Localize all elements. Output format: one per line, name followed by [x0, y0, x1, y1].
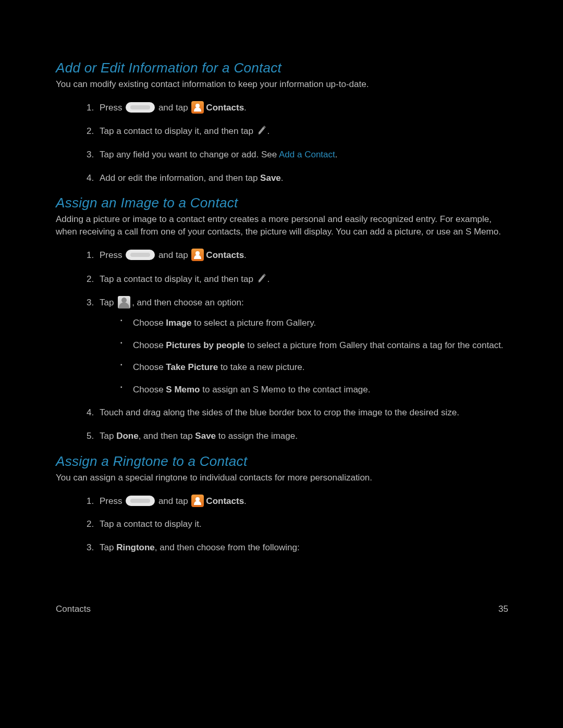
intro-add-edit: You can modify existing contact informat…	[56, 78, 508, 91]
bold: Take Picture	[166, 362, 218, 372]
text: , and then choose an option:	[132, 298, 244, 307]
edit-pencil-icon	[257, 125, 266, 136]
bold: Image	[166, 318, 191, 328]
text: .	[244, 496, 247, 506]
bold: Ringtone	[116, 542, 155, 552]
contacts-app-icon	[191, 101, 204, 114]
text: and tap	[156, 103, 190, 113]
text: and tap	[156, 496, 190, 506]
text: Tap	[100, 542, 116, 552]
list-item: Tap , and then choose an option: Choose …	[96, 296, 508, 396]
list-item: Touch and drag along the sides of the bl…	[96, 406, 508, 419]
contact-photo-icon	[118, 296, 130, 309]
text: to assign the image.	[216, 431, 298, 441]
list-item: Tap a contact to display it, and then ta…	[96, 273, 508, 286]
steps-assign-ringtone: Press and tap Contacts. Tap a contact to…	[56, 495, 508, 554]
steps-add-edit: Press and tap Contacts. Tap a contact to…	[56, 101, 508, 185]
page-number: 35	[498, 604, 508, 614]
text: , and then choose from the following:	[155, 542, 300, 552]
bold: Done	[116, 431, 139, 441]
list-item: Tap a contact to display it.	[96, 518, 508, 531]
text: Choose	[133, 385, 166, 394]
save-label: Save	[260, 173, 281, 183]
text: Add or edit the information, and then ta…	[100, 173, 260, 183]
home-button-icon	[126, 102, 155, 113]
text: Press	[100, 250, 125, 260]
list-item: Press and tap Contacts.	[96, 101, 508, 115]
list-item: Choose Take Picture to take a new pictur…	[120, 361, 508, 374]
text: Tap a contact to display it.	[100, 519, 202, 529]
contacts-app-icon	[191, 249, 204, 261]
section-add-edit: Add or Edit Information for a Contact Yo…	[56, 60, 508, 184]
text: Press	[100, 496, 125, 506]
add-contact-link[interactable]: Add a Contact	[279, 150, 335, 159]
edit-pencil-icon	[257, 273, 266, 284]
text: to select a picture from Gallery that co…	[245, 340, 504, 350]
footer: Contacts 35	[56, 604, 508, 614]
text: to select a picture from Gallery.	[191, 318, 316, 328]
text: and tap	[156, 250, 190, 260]
list-item: Choose Pictures by people to select a pi…	[120, 339, 508, 352]
text: Tap a contact to display it, and then ta…	[100, 274, 256, 284]
heading-add-edit: Add or Edit Information for a Contact	[56, 60, 508, 76]
section-assign-ringtone: Assign a Ringtone to a Contact You can a…	[56, 453, 508, 554]
sub-options: Choose Image to select a picture from Ga…	[100, 317, 508, 397]
text: .	[335, 150, 338, 159]
text: Touch and drag along the sides of the bl…	[100, 408, 459, 417]
heading-assign-image: Assign an Image to a Contact	[56, 195, 508, 211]
text: Choose	[133, 340, 166, 350]
list-item: Tap Done, and then tap Save to assign th…	[96, 430, 508, 443]
text: Press	[100, 103, 125, 113]
heading-assign-ringtone: Assign a Ringtone to a Contact	[56, 453, 508, 470]
list-item: Tap any field you want to change or add.…	[96, 149, 508, 162]
contacts-app-icon	[191, 495, 204, 507]
footer-section: Contacts	[56, 604, 91, 614]
text: .	[244, 250, 247, 260]
home-button-icon	[126, 496, 155, 506]
section-assign-image: Assign an Image to a Contact Adding a pi…	[56, 195, 508, 442]
list-item: Add or edit the information, and then ta…	[96, 172, 508, 185]
contacts-label: Contacts	[206, 103, 244, 113]
text: to assign an S Memo to the contact image…	[200, 385, 371, 394]
list-item: Tap a contact to display it, and then ta…	[96, 125, 508, 138]
text: .	[267, 274, 270, 284]
text: to take a new picture.	[218, 362, 304, 372]
text: Tap a contact to display it, and then ta…	[100, 126, 256, 136]
text: .	[281, 173, 284, 183]
text: Choose	[133, 362, 166, 372]
bold: Save	[195, 431, 216, 441]
list-item: Choose S Memo to assign an S Memo to the…	[120, 384, 508, 397]
text: Choose	[133, 318, 166, 328]
home-button-icon	[126, 250, 155, 260]
text: .	[244, 103, 247, 113]
text: Tap	[100, 298, 116, 307]
intro-assign-ringtone: You can assign a special ringtone to ind…	[56, 472, 508, 484]
contacts-label: Contacts	[206, 496, 244, 506]
text: Tap	[100, 431, 116, 441]
text: .	[267, 126, 270, 136]
contacts-label: Contacts	[206, 250, 244, 260]
steps-assign-image: Press and tap Contacts. Tap a contact to…	[56, 249, 508, 443]
document-page: Add or Edit Information for a Contact Yo…	[0, 0, 563, 728]
list-item: Tap Ringtone, and then choose from the f…	[96, 541, 508, 554]
list-item: Press and tap Contacts.	[96, 495, 508, 508]
bold: S Memo	[166, 385, 200, 394]
bold: Pictures by people	[166, 340, 244, 350]
list-item: Press and tap Contacts.	[96, 249, 508, 262]
list-item: Choose Image to select a picture from Ga…	[120, 317, 508, 330]
intro-assign-image: Adding a picture or image to a contact e…	[56, 213, 508, 238]
text: Tap any field you want to change or add.…	[100, 150, 279, 159]
text: , and then tap	[139, 431, 195, 441]
